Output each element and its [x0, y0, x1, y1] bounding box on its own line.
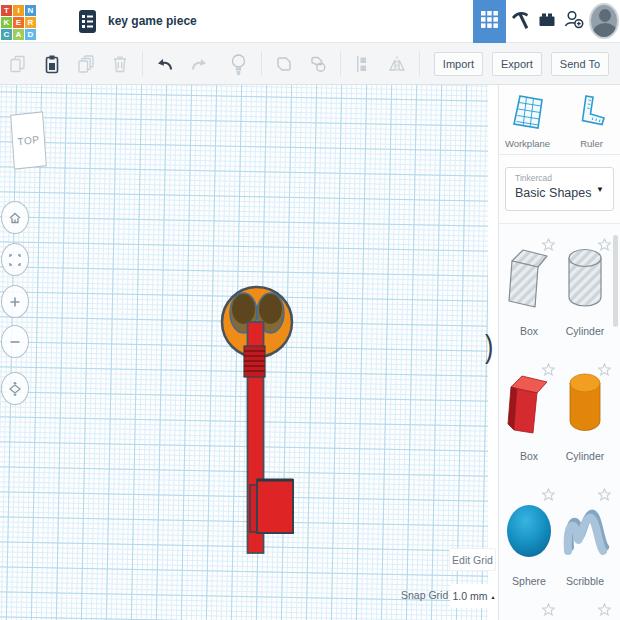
workplane-icon [511, 93, 545, 138]
shape-label: Box [498, 450, 561, 462]
document-title[interactable]: key game piece [108, 14, 197, 28]
title-bar: T I N K E R C A D key game piece [0, 0, 620, 43]
shape-label: Cylinder [553, 450, 617, 462]
view-cube[interactable]: TOP [10, 111, 47, 169]
send-to-button[interactable]: Send To [551, 52, 609, 76]
shapes-panel: Workplane Ruler Tinkercad Basic Shapes ▼ [498, 85, 620, 620]
logo-tile: N [25, 5, 36, 16]
minecraft-export-button[interactable] [507, 7, 532, 35]
key-bit[interactable] [257, 480, 293, 533]
caret-down-icon: ▼ [596, 185, 604, 194]
library-name: Basic Shapes [515, 186, 604, 200]
shape-tile-cylinder[interactable]: Cylinder [559, 360, 611, 468]
ruler-icon [577, 93, 607, 138]
shape-tile-box-hole[interactable]: Box [503, 235, 555, 343]
shape-tile-box[interactable]: Box [503, 360, 555, 468]
redo-button[interactable] [187, 52, 211, 76]
align-button[interactable] [351, 52, 375, 76]
panel-scrollbar[interactable] [613, 235, 618, 327]
logo-tile: A [13, 29, 24, 40]
delete-button[interactable] [108, 52, 132, 76]
edit-grid-button[interactable]: Edit Grid [449, 548, 496, 571]
favorite-star-icon[interactable] [598, 602, 611, 620]
avatar-silhouette [599, 9, 611, 22]
logo-tile: R [25, 17, 36, 28]
export-button[interactable]: Export [492, 52, 542, 76]
perspective-toggle-button[interactable] [1, 372, 29, 405]
brick-icon [537, 9, 557, 33]
key-object[interactable] [215, 282, 315, 572]
brick-export-button[interactable] [534, 7, 559, 35]
edit-toolbar: Import Export Send To [0, 43, 620, 85]
ungroup-button[interactable] [306, 52, 330, 76]
duplicate-button[interactable] [74, 52, 98, 76]
shape-label: Cylinder [553, 325, 617, 337]
dashboard-button[interactable] [473, 0, 506, 43]
toolbar-divider [261, 51, 262, 76]
favorite-star-icon[interactable] [542, 602, 555, 620]
toolbar-divider [142, 51, 143, 76]
helper-tools: Workplane Ruler [499, 85, 620, 155]
shape-label: Sphere [498, 575, 561, 587]
profile-avatar[interactable] [589, 3, 619, 39]
workplane-canvas[interactable]: TOP [0, 85, 498, 620]
pickaxe-icon [509, 8, 531, 34]
zoom-out-button[interactable] [1, 325, 29, 358]
library-vendor: Tinkercad [515, 173, 604, 183]
logo-tile: K [1, 17, 12, 28]
title-bar-actions [473, 0, 620, 42]
undo-button[interactable] [153, 52, 177, 76]
ruler-tool[interactable]: Ruler [568, 93, 616, 154]
red-box-thumbnail [507, 372, 551, 438]
toolbar-divider [419, 51, 420, 76]
workplane-tool[interactable]: Workplane [504, 93, 552, 154]
grid-icon [481, 11, 498, 32]
design-properties-icon[interactable] [78, 9, 97, 34]
logo-tile: E [13, 17, 24, 28]
add-user-button[interactable] [561, 7, 586, 35]
logo-tile: I [13, 5, 24, 16]
striped-cylinder-thumbnail [567, 247, 603, 313]
sphere-thumbnail [505, 503, 553, 565]
caret-up-icon: ▴ [492, 593, 495, 600]
snap-grid-value: 1.0 mm [452, 590, 487, 602]
edit-grid-label: Edit Grid [452, 554, 493, 566]
shape-label: Scribble [553, 575, 617, 587]
shape-tile-partial[interactable] [559, 600, 611, 620]
key-collar [244, 346, 265, 377]
fit-view-button[interactable] [1, 243, 29, 276]
copy-button[interactable] [6, 52, 30, 76]
snap-grid-dropdown[interactable]: 1.0 mm ▴ [450, 584, 497, 608]
group-button[interactable] [272, 52, 296, 76]
tinkercad-logo[interactable]: T I N K E R C A D [1, 5, 36, 40]
snap-grid-label: Snap Grid [401, 589, 448, 601]
paste-button[interactable] [40, 52, 64, 76]
shape-library-dropdown[interactable]: Tinkercad Basic Shapes ▼ [505, 167, 614, 211]
mirror-button[interactable] [385, 52, 409, 76]
person-plus-icon [563, 8, 585, 34]
striped-box-thumbnail [507, 247, 551, 313]
logo-tile: D [25, 29, 36, 40]
home-view-button[interactable] [1, 201, 29, 234]
zoom-in-button[interactable] [1, 285, 29, 318]
logo-tile: C [1, 29, 12, 40]
shape-label: Box [498, 325, 561, 337]
shape-tile-sphere[interactable]: Sphere [503, 485, 555, 593]
import-button[interactable]: Import [434, 52, 483, 76]
toolbar-divider [340, 51, 341, 76]
panel-collapse-chevron[interactable]: ) [485, 331, 493, 362]
logo-tile: T [1, 5, 12, 16]
ruler-label: Ruler [580, 138, 603, 149]
avatar-silhouette [593, 23, 617, 39]
scribble-thumbnail [560, 503, 610, 563]
orange-cylinder-thumbnail [567, 372, 603, 438]
shape-tile-partial[interactable] [503, 600, 555, 620]
workplane-label: Workplane [505, 138, 550, 149]
show-all-button[interactable] [227, 52, 251, 76]
shape-tile-scribble[interactable]: Scribble [559, 485, 611, 593]
view-cube-label: TOP [17, 134, 40, 147]
shape-tile-cylinder-hole[interactable]: Cylinder [559, 235, 611, 343]
